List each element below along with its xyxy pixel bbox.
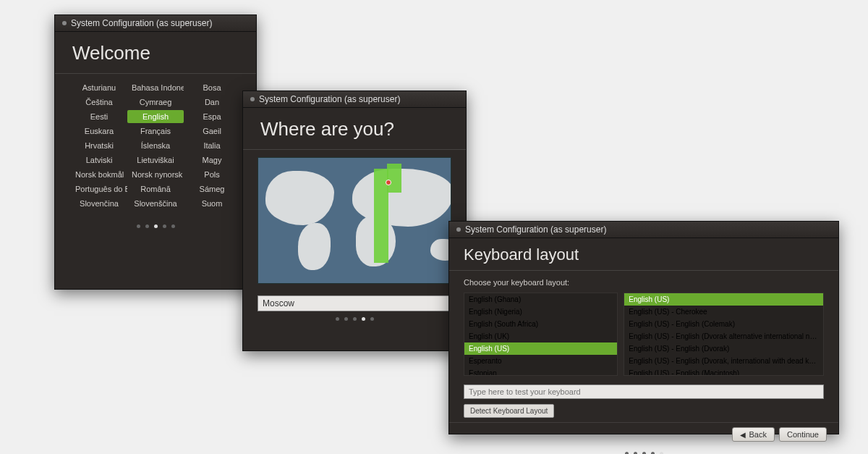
detect-keyboard-button[interactable]: Detect Keyboard Layout <box>464 404 554 418</box>
language-option[interactable]: Magy <box>184 154 240 167</box>
step-dot <box>145 224 149 228</box>
keyboard-test-input[interactable] <box>464 384 824 399</box>
list-item[interactable]: English (US) - English (Macintosh) <box>624 367 823 376</box>
list-item[interactable]: Esperanto <box>464 355 617 367</box>
language-option[interactable]: Cymraeg <box>127 96 184 109</box>
step-dot <box>171 224 175 228</box>
language-option[interactable]: Română <box>127 182 184 196</box>
language-option[interactable]: Gaeil <box>184 125 240 138</box>
step-indicator <box>55 219 256 235</box>
back-label: Back <box>749 430 766 439</box>
language-option[interactable]: Dan <box>184 96 240 109</box>
titlebar[interactable]: System Configuration (as superuser) <box>55 15 256 32</box>
divider <box>243 149 466 150</box>
language-option[interactable]: Slovenščina <box>127 197 184 210</box>
keyboard-window: System Configuration (as superuser) Keyb… <box>448 221 839 434</box>
world-map[interactable] <box>258 157 451 284</box>
list-item[interactable]: English (US) <box>624 293 823 306</box>
titlebar[interactable]: System Configuration (as superuser) <box>449 222 838 238</box>
language-option[interactable]: Norsk nynorsk <box>127 168 184 181</box>
map-pin-icon <box>386 180 391 185</box>
language-option[interactable]: Norsk bokmål <box>71 168 127 181</box>
continue-label: Continue <box>787 430 819 439</box>
language-option[interactable]: English <box>127 110 184 123</box>
list-item[interactable]: English (UK) <box>464 330 617 342</box>
language-option[interactable]: Sámeg <box>184 182 240 196</box>
page-title: Keyboard layout <box>449 238 838 270</box>
list-item[interactable]: English (US) - English (Dvorak alternati… <box>624 330 823 342</box>
chevron-left-icon: ◀ <box>740 431 746 439</box>
list-item[interactable]: English (South Africa) <box>464 318 617 330</box>
keyboard-variant-list[interactable]: English (US)English (US) - CherokeeEngli… <box>624 293 824 376</box>
language-option[interactable]: Latviski <box>71 154 127 167</box>
language-option[interactable]: Čeština <box>71 96 127 109</box>
list-item[interactable]: English (US) <box>464 342 617 355</box>
page-title: Welcome <box>55 32 256 73</box>
step-dot <box>163 224 166 228</box>
back-button[interactable]: ◀ Back <box>732 427 774 442</box>
language-option[interactable]: Suom <box>184 197 240 210</box>
timezone-window: System Configuration (as superuser) Wher… <box>242 91 467 351</box>
language-option[interactable]: Français <box>127 125 184 138</box>
language-option[interactable]: Asturianu <box>71 81 127 94</box>
step-dot <box>362 317 365 321</box>
step-dot <box>137 224 140 228</box>
step-dot <box>344 317 348 321</box>
list-item[interactable]: Estonian <box>464 367 617 376</box>
divider <box>55 73 256 74</box>
instruction-label: Choose your keyboard layout: <box>449 278 838 290</box>
footer: ◀ Back Continue <box>449 422 838 446</box>
language-grid: AsturianuBahasa IndonesiaBosaČeštinaCymr… <box>71 81 240 210</box>
list-item[interactable]: English (Nigeria) <box>464 306 617 318</box>
list-item[interactable]: English (US) - English (Colemak) <box>624 318 823 330</box>
titlebar[interactable]: System Configuration (as superuser) <box>243 91 466 108</box>
window-control-icon <box>456 227 461 232</box>
step-dot <box>370 317 374 321</box>
step-dot <box>353 317 357 321</box>
step-dot <box>336 317 339 321</box>
step-dot <box>154 224 158 228</box>
window-control-icon <box>62 21 67 25</box>
window-title: System Configuration (as superuser) <box>465 224 606 235</box>
language-option[interactable]: Bahasa Indonesia <box>127 81 184 94</box>
timezone-input[interactable] <box>258 295 451 311</box>
language-option[interactable]: Pols <box>184 168 240 181</box>
window-title: System Configuration (as superuser) <box>259 94 400 104</box>
step-indicator <box>449 446 838 454</box>
language-option[interactable]: Euskara <box>71 125 127 138</box>
step-indicator <box>243 311 466 328</box>
welcome-window: System Configuration (as superuser) Welc… <box>54 14 257 290</box>
language-option[interactable]: Bosa <box>184 81 240 94</box>
language-option[interactable]: Português do Brasil <box>71 182 127 196</box>
list-item[interactable]: English (US) - English (Dvorak) <box>624 342 823 355</box>
list-item[interactable]: English (US) - English (Dvorak, internat… <box>624 355 823 367</box>
list-item[interactable]: English (US) - Cherokee <box>624 306 823 318</box>
keyboard-language-list[interactable]: English (Ghana)English (Nigeria)English … <box>464 293 618 376</box>
language-option[interactable]: Espa <box>184 110 240 123</box>
window-control-icon <box>250 97 255 101</box>
language-option[interactable]: Eesti <box>71 110 127 123</box>
language-option[interactable]: Italia <box>184 139 240 152</box>
language-option[interactable]: Lietuviškai <box>127 154 184 167</box>
continue-button[interactable]: Continue <box>779 427 827 442</box>
language-option[interactable]: Hrvatski <box>71 139 127 152</box>
language-option[interactable]: Slovenčina <box>71 197 127 210</box>
page-title: Where are you? <box>243 108 466 149</box>
divider <box>449 270 838 271</box>
list-item[interactable]: English (Ghana) <box>464 293 617 306</box>
window-title: System Configuration (as superuser) <box>71 18 212 28</box>
language-option[interactable]: Íslenska <box>127 139 184 152</box>
